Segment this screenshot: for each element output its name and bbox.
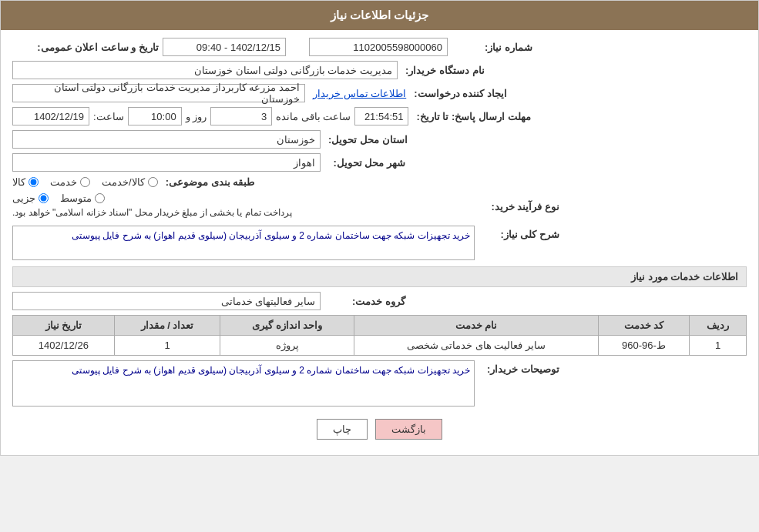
- radio-medium-input[interactable]: [95, 193, 105, 203]
- content-area: شماره نیاز: 1102005598000060 1402/12/15 …: [1, 30, 758, 455]
- label-time: ساعت:: [93, 111, 124, 122]
- radio-service-input[interactable]: [80, 177, 90, 187]
- label-announce: تاریخ و ساعت اعلان عمومی:: [20, 42, 159, 53]
- label-need-number: شماره نیاز:: [455, 42, 532, 53]
- row-deadline: مهلت ارسال پاسخ: تا تاریخ: 21:54:51 ساعت…: [12, 107, 747, 125]
- radio-partial-item[interactable]: جزیی: [12, 192, 49, 204]
- col-header: نام خدمت: [354, 316, 599, 336]
- header-bar: جزئیات اطلاعات نیاز: [1, 1, 758, 30]
- label-days: روز و: [186, 111, 207, 122]
- label-province: استان محل تحویل:: [328, 134, 408, 146]
- field-time: 10:00: [128, 107, 182, 125]
- row-city: شهر محل تحویل: اهواز: [12, 153, 747, 172]
- label-buyer-desc: توصیحات خریدار:: [482, 363, 559, 375]
- row-need-number: شماره نیاز: 1102005598000060 1402/12/15 …: [12, 38, 747, 56]
- radio-partial-input[interactable]: [39, 193, 49, 203]
- label-city: شهر محل تحویل:: [328, 157, 405, 169]
- field-announce-date: 1402/12/15 - 09:40: [163, 38, 286, 56]
- row-description: شرح کلی نیاز: خرید تجهیزات شبکه جهت ساخت…: [12, 226, 747, 260]
- col-header: ردیف: [690, 316, 747, 336]
- field-days: 3: [210, 107, 272, 125]
- field-buyer-org: مدیریت خدمات بازرگانی دولتی استان خوزستا…: [12, 61, 398, 79]
- table-body: 1ط-96-960سایر فعالیت های خدماتی شخصیپروژ…: [13, 336, 747, 356]
- print-button[interactable]: چاپ: [317, 419, 368, 440]
- label-category: طبقه بندی موضوعی:: [166, 176, 255, 188]
- field-deadline-date: 1402/12/19: [12, 107, 89, 125]
- main-container: جزئیات اطلاعات نیاز شماره نیاز: 11020055…: [0, 0, 759, 456]
- table-header: ردیفکد خدمتنام خدمتواحد اندازه گیریتعداد…: [13, 316, 747, 336]
- label-process: نوع فرآیند خرید:: [482, 201, 559, 212]
- label-service-group: گروه خدمت:: [328, 296, 405, 307]
- field-creator: احمد مزرعه کاربرداز مدیریت خدمات بازرگان…: [12, 84, 305, 102]
- row-creator: ایجاد کننده درخواست: اطلاعات تماس خریدار…: [12, 84, 747, 102]
- back-button[interactable]: بازگشت: [375, 419, 442, 440]
- row-buyer-desc: توصیحات خریدار: خرید تجهیزات شبکه جهت سا…: [12, 360, 747, 407]
- header-title: جزئیات اطلاعات نیاز: [331, 8, 428, 22]
- label-remaining: ساعت باقی مانده: [276, 111, 351, 122]
- field-description: خرید تجهیزات شبکه جهت ساختمان شماره 2 و …: [12, 226, 475, 260]
- label-deadline: مهلت ارسال پاسخ: تا تاریخ:: [416, 111, 530, 122]
- table-header-row: ردیفکد خدمتنام خدمتواحد اندازه گیریتعداد…: [13, 316, 747, 336]
- label-creator: ایجاد کننده درخواست:: [414, 88, 507, 99]
- field-city: اهواز: [12, 153, 321, 172]
- row-category: طبقه بندی موضوعی: کالا/خدمت خدمت کالا: [12, 176, 747, 188]
- row-province: استان محل تحویل: خوزستان: [12, 130, 747, 149]
- field-province: خوزستان: [12, 130, 321, 149]
- field-remaining-time: 21:54:51: [354, 107, 408, 125]
- radio-goods-service-input[interactable]: [148, 177, 158, 187]
- radio-goods[interactable]: کالا: [12, 176, 39, 188]
- section-services-title: اطلاعات خدمات مورد نیاز: [12, 266, 747, 287]
- label-buyer-org: نام دستگاه خریدار:: [405, 65, 485, 76]
- label-description: شرح کلی نیاز:: [482, 229, 559, 240]
- table-row: 1ط-96-960سایر فعالیت های خدماتی شخصیپروژ…: [13, 336, 747, 356]
- contact-link[interactable]: اطلاعات تماس خریدار: [313, 88, 406, 99]
- row-buyer-org: نام دستگاه خریدار: مدیریت خدمات بازرگانی…: [12, 61, 747, 79]
- row-process: نوع فرآیند خرید: متوسط جزیی پرداخت تمام …: [12, 192, 747, 221]
- row-service-group: گروه خدمت: سایر فعالیتهای خدماتی: [12, 292, 747, 310]
- category-radio-group: کالا/خدمت خدمت کالا: [12, 176, 158, 188]
- field-need-number: 1102005598000060: [309, 38, 448, 56]
- radio-medium-item[interactable]: متوسط: [60, 192, 105, 204]
- button-row: بازگشت چاپ: [12, 411, 747, 447]
- col-header: تعداد / مقدار: [114, 316, 220, 336]
- col-header: تاریخ نیاز: [13, 316, 115, 336]
- field-service-group: سایر فعالیتهای خدماتی: [12, 292, 321, 310]
- radio-goods-service[interactable]: کالا/خدمت: [102, 176, 158, 188]
- radio-service[interactable]: خدمت: [50, 176, 90, 188]
- radio-goods-input[interactable]: [29, 177, 39, 187]
- col-header: واحد اندازه گیری: [220, 316, 354, 336]
- col-header: کد خدمت: [598, 316, 689, 336]
- process-area: متوسط جزیی پرداخت تمام یا بخشی از مبلغ خ…: [12, 192, 475, 221]
- process-note: پرداخت تمام یا بخشی از مبلغ خریدار محل "…: [12, 204, 292, 221]
- process-radio-group: متوسط جزیی: [12, 192, 105, 204]
- field-buyer-desc: خرید تجهیزات شبکه جهت ساختمان شماره 2 و …: [12, 360, 475, 407]
- services-table: ردیفکد خدمتنام خدمتواحد اندازه گیریتعداد…: [12, 315, 747, 356]
